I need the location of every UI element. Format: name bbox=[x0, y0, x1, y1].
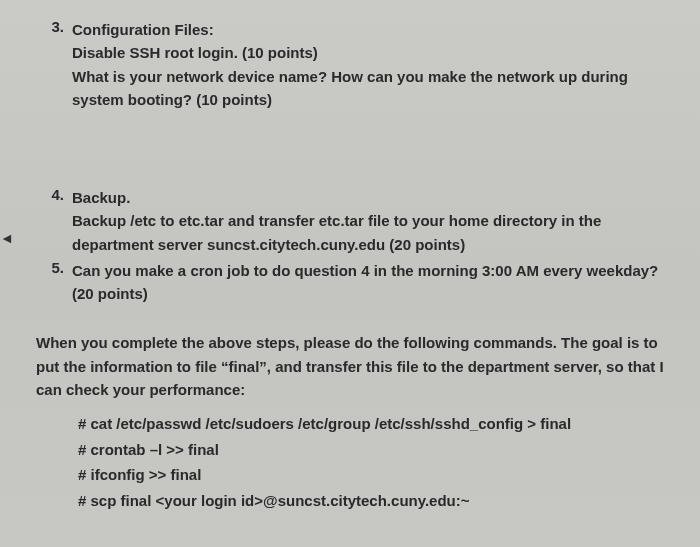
closing-paragraph: When you complete the above steps, pleas… bbox=[36, 331, 664, 401]
cmd-ifconfig: # ifconfig >> final bbox=[78, 462, 664, 488]
q4-title: Backup. bbox=[72, 186, 664, 209]
q3-line2: What is your network device name? How ca… bbox=[72, 65, 664, 112]
question-3: 3. Configuration Files: Disable SSH root… bbox=[36, 18, 664, 111]
q5-number: 5. bbox=[36, 259, 72, 306]
cmd-cat: # cat /etc/passwd /etc/sudoers /etc/grou… bbox=[78, 411, 664, 437]
q3-body: Configuration Files: Disable SSH root lo… bbox=[72, 18, 664, 111]
q5-body: Can you make a cron job to do question 4… bbox=[72, 259, 664, 306]
cmd-scp: # scp final <your login id>@suncst.cityt… bbox=[78, 488, 664, 514]
q4-text: Backup /etc to etc.tar and transfer etc.… bbox=[72, 209, 664, 256]
q4-number: 4. bbox=[36, 186, 72, 256]
q3-title: Configuration Files: bbox=[72, 18, 664, 41]
q3-line1: Disable SSH root login. (10 points) bbox=[72, 41, 664, 64]
document-page: ◄ 3. Configuration Files: Disable SSH ro… bbox=[0, 0, 700, 547]
command-list: # cat /etc/passwd /etc/sudoers /etc/grou… bbox=[36, 411, 664, 513]
question-5: 5. Can you make a cron job to do questio… bbox=[36, 259, 664, 306]
spacer bbox=[36, 114, 664, 186]
q3-number: 3. bbox=[36, 18, 72, 111]
q4-body: Backup. Backup /etc to etc.tar and trans… bbox=[72, 186, 664, 256]
question-4: 4. Backup. Backup /etc to etc.tar and tr… bbox=[36, 186, 664, 256]
cmd-crontab: # crontab –l >> final bbox=[78, 437, 664, 463]
margin-mark: ◄ bbox=[0, 230, 14, 246]
